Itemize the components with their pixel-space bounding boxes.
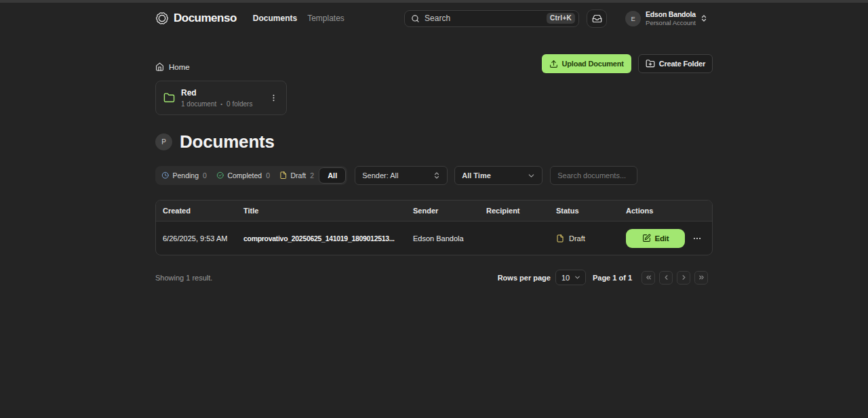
filter-row: Pending 0 Completed 0 Draft (155, 166, 713, 185)
cell-created: 6/26/2025, 9:53 AM (156, 234, 237, 243)
cell-title[interactable]: comprovativo_20250625_141019_1809012513.… (237, 234, 406, 243)
status-label: Draft (569, 234, 585, 243)
folder-name: Red (181, 88, 252, 98)
chevron-down-icon (574, 274, 581, 281)
cell-sender: Edson Bandola (406, 234, 479, 243)
nav-documents[interactable]: Documents (253, 14, 297, 23)
folder-header-row: Home Upload Document Create Folder (155, 54, 713, 73)
documents-search-input[interactable] (557, 171, 630, 180)
column-header-status: Status (549, 207, 619, 215)
create-folder-button[interactable]: Create Folder (638, 54, 713, 73)
column-header-recipient: Recipient (479, 207, 549, 215)
documenso-seal-icon (155, 12, 169, 25)
chevrons-up-down-icon (433, 171, 441, 180)
results-summary: Showing 1 result. (155, 274, 212, 282)
chevron-right-icon (680, 274, 688, 281)
breadcrumb-home[interactable]: Home (155, 62, 190, 71)
chevrons-up-down-icon (700, 14, 708, 22)
top-navigation-bar: Documenso Documents Templates Ctrl+K E E… (155, 3, 713, 34)
user-avatar: E (625, 11, 641, 26)
sender-filter-value: Sender: All (362, 171, 398, 180)
cell-status: Draft (549, 234, 619, 243)
inbox-button[interactable] (587, 9, 607, 28)
upload-icon (549, 60, 558, 68)
main-nav: Documents Templates (253, 14, 344, 23)
column-header-created: Created (156, 207, 237, 215)
page-title: Documents (180, 132, 275, 152)
pagination-controls (642, 271, 708, 285)
cell-actions: Edit (619, 229, 712, 248)
breadcrumb-label: Home (169, 63, 190, 71)
team-avatar: P (155, 133, 172, 150)
next-page-button[interactable] (677, 271, 690, 285)
ellipsis-icon (692, 234, 702, 243)
documents-search[interactable] (550, 166, 637, 185)
rows-per-page-label: Rows per page (498, 274, 551, 282)
documents-table: Created Title Sender Recipient Status Ac… (155, 200, 713, 255)
draft-file-icon (556, 234, 564, 243)
folder-more-button[interactable] (268, 92, 279, 104)
nav-templates[interactable]: Templates (307, 14, 344, 23)
tab-completed[interactable]: Completed 0 (212, 167, 275, 184)
column-header-title: Title (237, 207, 406, 215)
folder-meta: 1 document • 0 folders (181, 100, 252, 108)
last-page-button[interactable] (694, 271, 708, 285)
table-row: 6/26/2025, 9:53 AM comprovativo_20250625… (156, 222, 712, 255)
global-search-input[interactable] (425, 14, 542, 23)
tab-all-label: All (328, 171, 337, 180)
clock-icon (161, 171, 170, 180)
home-icon (155, 62, 164, 71)
tab-all[interactable]: All (319, 167, 346, 184)
edit-button[interactable]: Edit (626, 229, 685, 248)
column-header-sender: Sender (406, 207, 479, 215)
sender-filter-select[interactable]: Sender: All (355, 166, 448, 185)
table-header-row: Created Title Sender Recipient Status Ac… (156, 201, 712, 222)
search-shortcut-badge: Ctrl+K (547, 13, 575, 24)
chevron-down-icon (527, 171, 536, 180)
edit-pen-icon (642, 234, 651, 243)
more-vertical-icon (269, 93, 278, 102)
first-page-button[interactable] (642, 271, 655, 285)
previous-page-button[interactable] (659, 271, 673, 285)
folder-plus-icon (646, 59, 655, 68)
edit-button-label: Edit (655, 234, 669, 243)
tab-pending-label: Pending (173, 171, 199, 180)
table-footer: Showing 1 result. Rows per page 10 Page … (155, 270, 713, 285)
period-filter-value: All Time (462, 171, 491, 180)
tab-completed-count: 0 (266, 171, 270, 180)
search-icon (411, 14, 420, 23)
account-menu[interactable]: E Edson Bandola Personal Account (625, 11, 708, 26)
status-tabs: Pending 0 Completed 0 Draft (155, 166, 347, 185)
tab-pending-count: 0 (203, 171, 207, 180)
global-search[interactable]: Ctrl+K (404, 10, 579, 27)
account-name: Edson Bandola (646, 11, 696, 18)
account-type: Personal Account (646, 20, 696, 26)
chevrons-right-icon (698, 274, 705, 281)
tab-pending[interactable]: Pending 0 (157, 167, 212, 184)
meta-separator-dot: • (220, 101, 222, 107)
folder-document-count: 1 document (181, 100, 216, 108)
create-folder-label: Create Folder (659, 60, 705, 68)
brand-name: Documenso (174, 12, 237, 25)
rows-per-page-select[interactable]: 10 (555, 270, 586, 285)
check-circle-icon (216, 171, 224, 180)
column-header-actions: Actions (619, 207, 712, 215)
file-icon (279, 171, 288, 180)
row-more-button[interactable] (690, 232, 704, 245)
inbox-icon (592, 14, 602, 24)
tab-draft-count: 2 (310, 171, 314, 180)
rows-per-page-value: 10 (561, 274, 570, 282)
tab-completed-label: Completed (227, 171, 262, 180)
page-title-row: P Documents (155, 132, 713, 152)
upload-document-label: Upload Document (562, 60, 624, 68)
chevrons-left-icon (645, 274, 652, 281)
page-indicator: Page 1 of 1 (593, 274, 632, 282)
tab-draft[interactable]: Draft 2 (275, 167, 319, 184)
tab-draft-label: Draft (291, 171, 307, 180)
folder-icon (163, 92, 175, 104)
folder-card-red[interactable]: Red 1 document • 0 folders (155, 81, 287, 115)
brand-logo[interactable]: Documenso (155, 12, 237, 25)
upload-document-button[interactable]: Upload Document (542, 54, 631, 73)
folder-folder-count: 0 folders (226, 100, 252, 108)
period-filter-select[interactable]: All Time (454, 166, 542, 185)
